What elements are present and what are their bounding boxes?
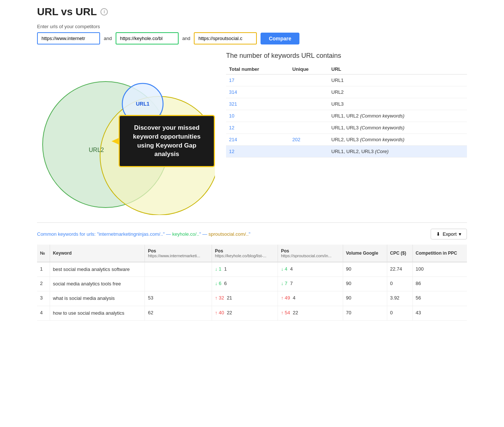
pos3-cell: ↑ 49 4 xyxy=(278,291,343,306)
pos3-arrow: ↑ 54 xyxy=(281,310,290,315)
keyword-cell: what is social media analysis xyxy=(50,291,145,306)
url-input-3[interactable] xyxy=(194,32,257,44)
th-pos3-sub: https://sproutsocial.com/in... xyxy=(281,254,339,258)
kw-total-link[interactable]: 10 xyxy=(229,113,234,119)
th-unique: Unique xyxy=(289,64,328,75)
pos1-cell xyxy=(145,277,212,291)
th-keyword: Keyword xyxy=(50,245,145,262)
pos2-arrow: ↑ 40 xyxy=(215,310,224,315)
table-row: 3what is social media analysis53 ↑ 32 21… xyxy=(37,291,467,306)
competition-cell: 100 xyxy=(412,262,467,277)
pos3-raw: 4 xyxy=(293,295,295,301)
compare-button[interactable]: Compare xyxy=(261,33,299,44)
and-text-2: and xyxy=(182,36,190,41)
competition-cell: 56 xyxy=(412,291,467,306)
cpc-cell: 0 xyxy=(387,306,412,320)
pos1-cell: 62 xyxy=(145,306,212,320)
th-pos2: Pos https://keyhole.co/blog/list-... xyxy=(212,245,278,262)
pos2-arrow: ↑ 32 xyxy=(215,295,224,301)
kw-total-link[interactable]: 314 xyxy=(229,89,237,95)
url-input-section: Enter urls of your competitors and and C… xyxy=(37,24,467,44)
kw-url-cell: URL1, URL2, URL3 (Core) xyxy=(328,146,467,158)
kw-total-link[interactable]: 321 xyxy=(229,101,237,107)
pos3-arrow: ↓ 7 xyxy=(281,281,287,286)
pos2-raw: 1 xyxy=(224,266,227,272)
keyword-cell: how to use social media analytics xyxy=(50,306,145,320)
and-text-1: and xyxy=(104,36,112,41)
th-url: URL xyxy=(328,64,467,75)
keywords-table-section: The number of keywords URL contains Tota… xyxy=(226,52,467,158)
kw-url-cell: URL1, URL3 (Common keywords) xyxy=(328,122,467,134)
pos2-cell: ↑ 40 22 xyxy=(212,306,278,320)
venn-diagram: URL1 URL2 Discover your missed keyword o… xyxy=(37,52,215,215)
th-pos2-sub: https://keyhole.co/blog/list-... xyxy=(215,254,275,258)
th-pos1-sub: https://www.internetmarketi... xyxy=(148,254,209,258)
kw-url-cell: URL3 xyxy=(328,98,467,110)
pos2-arrow: ↓ 1 xyxy=(215,266,221,272)
kw-total-link[interactable]: 214 xyxy=(229,137,237,142)
th-pos1: Pos https://www.internetmarketi... xyxy=(145,245,212,262)
pos3-raw: 7 xyxy=(290,281,293,286)
keywords-table-title: The number of keywords URL contains xyxy=(226,52,467,60)
ck-prefix: Common keywords for urls: " xyxy=(37,231,99,237)
pos2-cell: ↓ 1 1 xyxy=(212,262,278,277)
th-cpc: CPC ($) xyxy=(387,245,412,262)
svg-text:URL1: URL1 xyxy=(136,101,150,107)
th-competition: Competition in PPC xyxy=(412,245,467,262)
tooltip-arrow xyxy=(112,138,120,145)
ck-url3[interactable]: sproutsocial.com/.. xyxy=(209,231,249,237)
pos3-raw: 22 xyxy=(293,310,298,315)
kw-total-link[interactable]: 17 xyxy=(229,77,234,83)
common-keywords-header: Common keywords for urls: "internetmarke… xyxy=(37,229,467,239)
table-row: 4how to use social media analytics62 ↑ 4… xyxy=(37,306,467,320)
ck-url2[interactable]: keyhole.co/.. xyxy=(172,231,199,237)
kw-url-cell: URL1 xyxy=(328,75,467,86)
pos3-raw: 4 xyxy=(290,266,293,272)
url-input-2[interactable] xyxy=(116,32,179,44)
cpc-cell: 3.92 xyxy=(387,291,412,306)
pos3-arrow: ↑ 49 xyxy=(281,295,290,301)
kw-url-cell: URL2 xyxy=(328,86,467,98)
pos3-cell: ↓ 4 4 xyxy=(278,262,343,277)
section-divider xyxy=(37,222,467,223)
kw-url-cell: URL2, URL3 (Common keywords) xyxy=(328,134,467,146)
ck-dash1: " — xyxy=(163,231,172,237)
pos1-cell xyxy=(145,262,212,277)
volume-cell: 90 xyxy=(343,291,387,306)
pos2-raw: 21 xyxy=(227,295,232,301)
pos3-cell: ↓ 7 7 xyxy=(278,277,343,291)
th-pos3: Pos https://sproutsocial.com/in... xyxy=(278,245,343,262)
table-row: 2social media analytics tools free ↓ 6 6… xyxy=(37,277,467,291)
row-num: 1 xyxy=(37,262,50,277)
keyword-cell: social media analytics tools free xyxy=(50,277,145,291)
export-label: Export xyxy=(442,231,457,237)
kw-url-cell: URL1, URL2 (Common keywords) xyxy=(328,110,467,122)
pos1-cell: 53 xyxy=(145,291,212,306)
url-input-label: Enter urls of your competitors xyxy=(37,24,467,29)
kw-unique-link[interactable]: 202 xyxy=(292,137,301,142)
keywords-count-table: Total number Unique URL 17URL1314URL2321… xyxy=(226,64,467,158)
tooltip-text: Discover your missed keyword opportuniti… xyxy=(133,124,200,158)
ck-url1[interactable]: internetmarketingninjas.com/.. xyxy=(99,231,163,237)
ck-dash2: " — xyxy=(199,231,209,237)
competition-cell: 43 xyxy=(412,306,467,320)
cpc-cell: 22.74 xyxy=(387,262,412,277)
kw-total-link[interactable]: 12 xyxy=(229,125,234,130)
export-icon: ⬇ xyxy=(436,231,440,237)
th-num: № xyxy=(37,245,50,262)
volume-cell: 90 xyxy=(343,262,387,277)
pos2-arrow: ↓ 6 xyxy=(215,281,221,286)
svg-text:URL2: URL2 xyxy=(89,147,104,153)
pos2-cell: ↑ 32 21 xyxy=(212,291,278,306)
competition-cell: 86 xyxy=(412,277,467,291)
table-row: 1best social media analytics software ↓ … xyxy=(37,262,467,277)
volume-cell: 90 xyxy=(343,277,387,291)
keyword-cell: best social media analytics software xyxy=(50,262,145,277)
page-title: URL vs URL xyxy=(37,6,97,18)
export-button[interactable]: ⬇ Export ▾ xyxy=(431,229,467,239)
info-icon[interactable]: i xyxy=(100,8,108,16)
url-input-1[interactable] xyxy=(37,32,100,44)
pos2-cell: ↓ 6 6 xyxy=(212,277,278,291)
kw-total-link[interactable]: 12 xyxy=(229,149,234,154)
keyword-gap-tooltip: Discover your missed keyword opportuniti… xyxy=(119,115,215,167)
